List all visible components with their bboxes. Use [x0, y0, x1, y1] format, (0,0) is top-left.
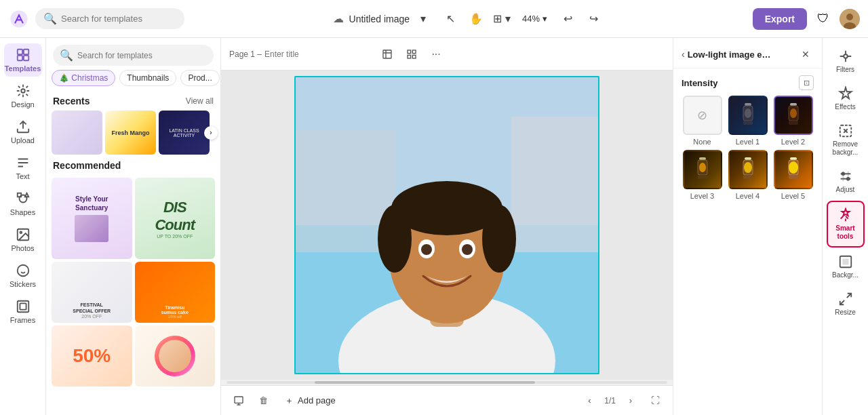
- present-button[interactable]: [229, 391, 248, 410]
- canvas-scrollbar-h[interactable]: [221, 380, 673, 385]
- intensity-level4[interactable]: Level 4: [727, 150, 768, 200]
- redo-button[interactable]: ↪: [583, 8, 604, 30]
- intensity-thumb-level4: [728, 150, 768, 189]
- recent-thumb-3[interactable]: LATIN CLASS ACTIVITY: [159, 111, 210, 155]
- svg-point-2: [846, 14, 853, 20]
- intensity-level1[interactable]: Level 1: [727, 96, 768, 146]
- shield-icon[interactable]: 🛡: [812, 8, 834, 30]
- sidebar-item-upload[interactable]: Upload: [4, 115, 42, 149]
- templates-search-box[interactable]: 🔍: [53, 45, 214, 66]
- rec-thumb-discount[interactable]: DISCount UP TO 20% OFF: [135, 178, 216, 259]
- undo-button[interactable]: ↩: [557, 8, 578, 30]
- right-sidebar-smart-tools[interactable]: Smart tools: [827, 201, 865, 248]
- intensity-none[interactable]: ⊘ None: [682, 96, 723, 146]
- canvas-tools: ···: [377, 44, 446, 64]
- add-page-button[interactable]: ＋ Add page: [278, 392, 342, 410]
- search-input[interactable]: [61, 14, 176, 24]
- intensity-thumb-level2: [774, 96, 813, 135]
- intensity-thumb-level3: [683, 150, 722, 189]
- intensity-thumb-none: ⊘: [683, 96, 722, 135]
- tab-prod[interactable]: Prod...: [180, 70, 219, 86]
- rec-thumb-50off[interactable]: 50%: [52, 325, 132, 387]
- sidebar-item-text[interactable]: Text: [4, 151, 42, 184]
- canvas-frame: [294, 76, 599, 374]
- svg-point-0: [10, 10, 27, 27]
- svg-rect-5: [23, 50, 28, 54]
- svg-rect-36: [235, 397, 243, 403]
- intensity-grid: ⊘ None Level 1: [682, 96, 814, 200]
- rec-thumb-floral-lady[interactable]: [135, 325, 216, 387]
- intensity-label-level1: Level 1: [736, 138, 760, 146]
- svg-point-55: [789, 161, 798, 174]
- svg-rect-40: [743, 121, 753, 125]
- intensity-level5[interactable]: Level 5: [772, 150, 814, 200]
- intensity-level3[interactable]: Level 3: [682, 150, 723, 200]
- delete-button[interactable]: 🗑: [254, 391, 273, 410]
- topbar-tools: ↖ ✋ ⊞ ▾ 44%▾ ↩ ↪: [439, 8, 604, 30]
- intensity-compare-icon[interactable]: ⊡: [799, 75, 814, 90]
- sidebar-item-frames[interactable]: Frames: [4, 295, 42, 328]
- canvas-image[interactable]: [294, 76, 599, 374]
- frame-tool-btn[interactable]: [377, 44, 397, 64]
- right-label-smart-tools: Smart tools: [831, 224, 861, 241]
- svg-point-39: [745, 108, 751, 118]
- hand-tool[interactable]: ✋: [465, 8, 487, 30]
- intensity-level2[interactable]: Level 2: [772, 96, 814, 146]
- sidebar-item-design[interactable]: Design: [4, 79, 42, 113]
- rec-thumb-festival[interactable]: FESTIVALSPECIAL OFFER 20% OFF: [52, 262, 132, 323]
- view-all-button[interactable]: View all: [186, 96, 214, 106]
- tab-christmas[interactable]: 🎄 Christmas: [52, 70, 115, 86]
- page-title-input[interactable]: [264, 50, 366, 59]
- app-logo[interactable]: [8, 8, 30, 30]
- right-sidebar-adjust[interactable]: Adjust: [827, 163, 865, 199]
- page-label: Page 1 –: [229, 50, 366, 59]
- sidebar-item-photos[interactable]: Photos: [4, 223, 42, 256]
- right-sidebar-background[interactable]: Backgr...: [827, 249, 865, 285]
- right-sidebar-filters[interactable]: Filters: [827, 43, 865, 79]
- right-sidebar-effects[interactable]: Effects: [827, 81, 865, 117]
- templates-search-area: 🔍: [46, 38, 220, 70]
- templates-search-input[interactable]: [77, 51, 207, 60]
- effects-close-button[interactable]: ✕: [797, 46, 814, 62]
- recents-nav-arrow[interactable]: ›: [204, 126, 218, 140]
- page-count: 1/1: [604, 396, 616, 406]
- svg-rect-52: [743, 175, 753, 179]
- recent-thumb-2[interactable]: Fresh Mango: [105, 111, 156, 155]
- rec-thumb-style-sanctuary[interactable]: Style YourSanctuary: [52, 178, 132, 259]
- svg-rect-49: [745, 157, 751, 160]
- right-sidebar-remove-bg[interactable]: Remove backgr...: [827, 118, 865, 162]
- sidebar-label-text: Text: [16, 172, 29, 180]
- export-button[interactable]: Export: [753, 8, 807, 30]
- rec-thumb-tiramisu[interactable]: Tiramisusumus cake 15% off: [135, 262, 216, 323]
- sidebar-item-stickers[interactable]: Stickers: [4, 259, 42, 292]
- prev-page-button[interactable]: ‹: [580, 391, 599, 410]
- search-box[interactable]: 🔍: [35, 8, 184, 29]
- grid-tool-btn[interactable]: [401, 44, 422, 64]
- sidebar-item-shapes[interactable]: Shapes: [4, 187, 42, 220]
- next-page-button[interactable]: ›: [621, 391, 640, 410]
- more-tool-btn[interactable]: ···: [426, 44, 446, 64]
- avatar[interactable]: [840, 9, 860, 29]
- recents-grid: Fresh Mango LATIN CLASS ACTIVITY ›: [52, 111, 215, 155]
- intensity-label-level3: Level 3: [690, 192, 714, 200]
- svg-rect-37: [745, 103, 751, 106]
- tab-thumbnails[interactable]: Thumbnails: [119, 70, 176, 86]
- scrollbar-thumb[interactable]: [315, 381, 535, 384]
- intensity-label: Intensity: [682, 78, 717, 88]
- fullscreen-button[interactable]: ⛶: [646, 391, 665, 410]
- effects-back-button[interactable]: ‹ Low-light image enhan...: [682, 49, 776, 60]
- svg-point-47: [699, 163, 706, 172]
- sidebar-label-stickers: Stickers: [9, 280, 36, 288]
- layout-tool[interactable]: ⊞ ▾: [491, 8, 513, 30]
- doc-title-dropdown[interactable]: ▾: [412, 8, 434, 30]
- recent-thumb-1[interactable]: [52, 111, 102, 155]
- sidebar-item-templates[interactable]: Templates: [4, 43, 42, 77]
- svg-rect-45: [699, 157, 706, 160]
- sidebar-label-photos: Photos: [11, 244, 34, 252]
- svg-point-14: [17, 265, 28, 277]
- svg-point-43: [790, 108, 797, 118]
- cursor-tool[interactable]: ↖: [439, 8, 461, 30]
- right-sidebar-resize[interactable]: Resize: [827, 286, 865, 322]
- zoom-control[interactable]: 44%▾: [517, 11, 553, 26]
- svg-rect-24: [511, 117, 599, 252]
